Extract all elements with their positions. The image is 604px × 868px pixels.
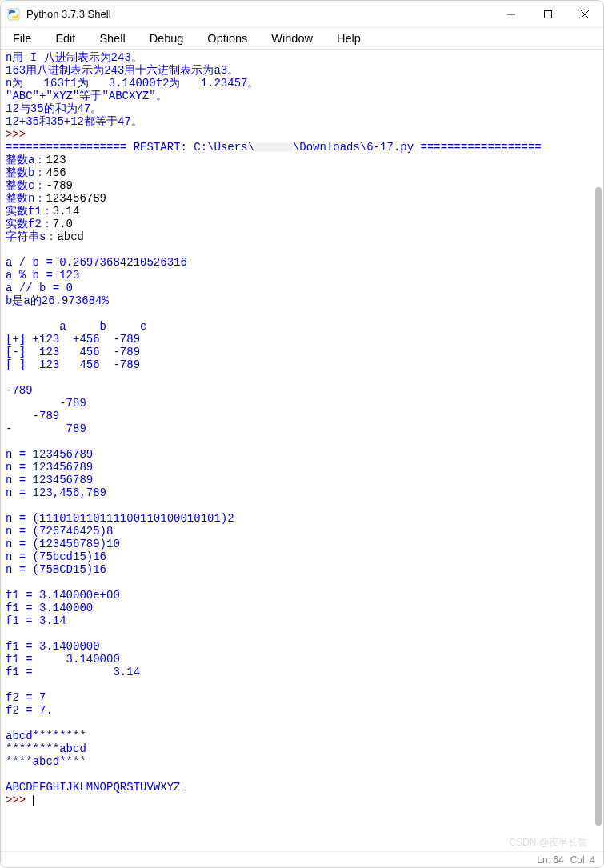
vertical-scrollbar[interactable] <box>595 52 602 850</box>
user-input: abcd <box>57 230 84 243</box>
output-line: n = (123456789)10 <box>6 538 120 550</box>
title-bar: Python 3.7.3 Shell <box>1 1 603 28</box>
user-input: 3.14 <box>53 205 80 218</box>
output-line: [-] 123 456 -789 <box>6 346 140 358</box>
svg-rect-2 <box>545 10 552 18</box>
output-line: 字符串s：abcd <box>6 230 84 243</box>
user-input: 123456789 <box>46 192 106 205</box>
output-line: n用 I 八进制表示为243。 <box>6 51 142 64</box>
menu-window[interactable]: Window <box>259 30 325 47</box>
window-title: Python 3.7.3 Shell <box>26 8 493 20</box>
output-line: f1 = 3.140000e+00 <box>6 589 120 602</box>
menu-bar: File Edit Shell Debug Options Window Hel… <box>1 28 603 50</box>
output-line: ABCDEFGHIJKLMNOPQRSTUVWXYZ <box>6 781 180 794</box>
status-bar: Ln: 64 Col: 4 <box>1 851 603 867</box>
output-line: n = 123,456,789 <box>6 486 106 499</box>
output-line: n = (75bcd15)16 <box>6 550 106 563</box>
output-line: -789 <box>6 410 86 422</box>
output-line: a % b = 123 <box>6 269 79 282</box>
output-line: a b c <box>6 320 146 333</box>
output-line: 整数b：456 <box>6 166 66 179</box>
menu-edit[interactable]: Edit <box>43 30 87 47</box>
minimize-button[interactable] <box>493 1 530 27</box>
output-line: f1 = 3.14 <box>6 666 140 678</box>
output-line: 整数c：-789 <box>6 179 73 192</box>
python-idle-icon <box>7 8 20 21</box>
output-line: n = 123456789 <box>6 474 93 486</box>
output-line: n = (111010110111100110100010101)2 <box>6 512 234 525</box>
restart-banner: ================== RESTART: C:\Users\\Do… <box>6 141 542 154</box>
output-line: 整数a：123 <box>6 154 66 166</box>
output-line: f1 = 3.14 <box>6 614 66 627</box>
output-line: n = 123456789 <box>6 448 93 461</box>
user-input: 7.0 <box>53 218 73 230</box>
shell-prompt: >>> <box>6 128 33 141</box>
output-line: f1 = 3.140000 <box>6 602 93 614</box>
output-line: 12+35和35+12都等于47。 <box>6 115 142 128</box>
shell-output-area[interactable]: n用 I 八进制表示为243。 163用八进制表示为243用十六进制表示为a3。… <box>1 50 603 851</box>
output-line: ****abcd**** <box>6 755 86 768</box>
output-line: b是a的26.973684% <box>6 294 109 307</box>
close-button[interactable] <box>566 1 603 27</box>
output-line: n为 163f1为 3.14000f2为 1.23457。 <box>6 77 258 90</box>
output-line: [ ] 123 456 -789 <box>6 358 140 371</box>
menu-options[interactable]: Options <box>195 30 259 47</box>
output-line: f1 = 3.1400000 <box>6 640 100 653</box>
status-column-number: Col: 4 <box>570 854 595 866</box>
output-line: a // b = 0 <box>6 282 73 294</box>
output-line: ********abcd <box>6 742 86 755</box>
window-controls <box>493 1 603 27</box>
output-line: 整数n：123456789 <box>6 192 106 205</box>
output-line: 163用八进制表示为243用十六进制表示为a3。 <box>6 64 238 77</box>
output-line: 实数f1：3.14 <box>6 205 79 218</box>
output-line: "ABC"+"XYZ"等于"ABCXYZ"。 <box>6 90 167 102</box>
output-line: [+] +123 +456 -789 <box>6 333 140 346</box>
user-input: 123 <box>46 154 66 166</box>
user-input: -789 <box>46 179 73 192</box>
menu-help[interactable]: Help <box>325 30 373 47</box>
output-line: f2 = 7. <box>6 704 53 717</box>
output-line: -789 <box>6 384 33 397</box>
redacted-username <box>254 142 293 152</box>
output-line: n = 123456789 <box>6 461 93 474</box>
output-line: abcd******** <box>6 730 86 742</box>
output-line: 12与35的和为47。 <box>6 102 102 115</box>
output-line: -789 <box>6 397 86 410</box>
menu-debug[interactable]: Debug <box>138 30 196 47</box>
menu-shell[interactable]: Shell <box>87 30 137 47</box>
menu-file[interactable]: File <box>1 30 43 47</box>
output-line: f2 = 7 <box>6 691 46 704</box>
shell-prompt: >>> <box>6 794 33 806</box>
output-line: n = (726746425)8 <box>6 525 113 538</box>
status-line-number: Ln: 64 <box>537 854 563 866</box>
user-input: 456 <box>46 166 66 179</box>
output-line: n = (75BCD15)16 <box>6 563 106 576</box>
output-line: - 789 <box>6 422 86 435</box>
text-cursor <box>33 795 34 806</box>
output-line: a / b = 0.26973684210526316 <box>6 256 187 269</box>
output-line: f1 = 3.140000 <box>6 653 120 666</box>
output-line: 实数f2：7.0 <box>6 218 73 230</box>
scrollbar-thumb[interactable] <box>595 187 602 826</box>
maximize-button[interactable] <box>530 1 566 27</box>
